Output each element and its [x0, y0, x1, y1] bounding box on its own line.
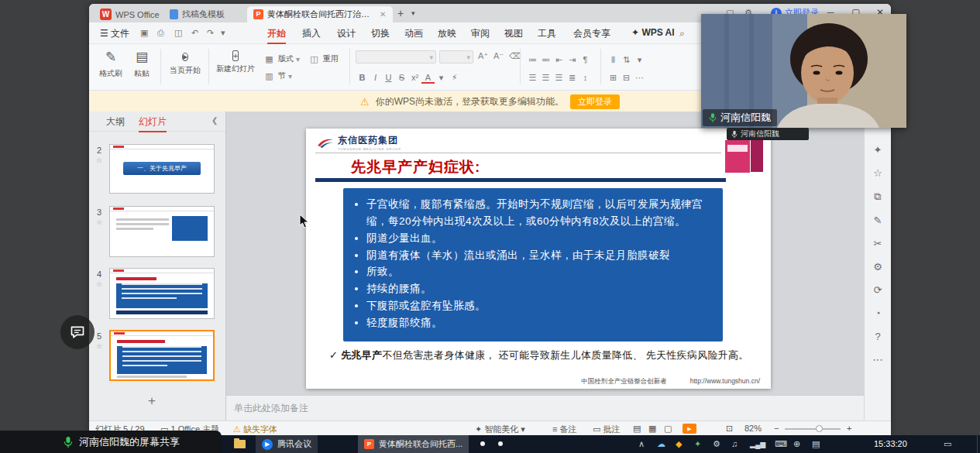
beautify-button[interactable]: ✦ 智能美化 ▾ — [475, 424, 525, 435]
justify-icon[interactable]: ≣ — [566, 73, 579, 83]
more-tools-icon[interactable]: ⋯ — [873, 354, 883, 365]
play-from-current-button[interactable]: ▶ 当页开始 — [165, 48, 205, 76]
menu-tab-tools[interactable]: 工具 — [538, 27, 556, 40]
indent-icon[interactable]: ⇥ — [566, 55, 579, 65]
redo-icon[interactable]: ↷ — [207, 28, 214, 38]
fit-slide-icon[interactable]: ⊡ — [726, 424, 733, 434]
file-explorer-button[interactable] — [234, 435, 246, 444]
zoom-out-button[interactable]: − — [774, 424, 779, 433]
zoom-level[interactable]: 82% — [744, 424, 762, 433]
menu-tab-animation[interactable]: 动画 — [404, 27, 423, 40]
meeting-chat-button[interactable] — [60, 315, 95, 349]
tray-volume-icon[interactable]: ♫ — [731, 439, 738, 448]
print-icon[interactable]: ⎙ — [157, 28, 164, 38]
banner-login-button[interactable]: 立即登录 — [570, 94, 620, 109]
tray-hidden-icons[interactable]: ∧ — [638, 439, 645, 449]
slide-5-thumbnail[interactable] — [109, 330, 215, 381]
menu-tab-view[interactable]: 视图 — [504, 27, 523, 40]
reuse-button[interactable]: ◫重用 — [308, 53, 339, 64]
font-color-button[interactable]: A — [421, 73, 435, 84]
highlight-button[interactable]: ▾ — [435, 73, 448, 83]
refresh-icon[interactable]: ⟳ — [874, 284, 882, 296]
increase-font-button[interactable]: A⁺ — [478, 51, 488, 61]
collapse-panel-icon[interactable]: ❮ — [211, 116, 218, 125]
group-icon[interactable]: ⊟ — [620, 73, 633, 83]
notes-pane[interactable]: 单击此处添加备注 — [226, 395, 864, 420]
layout-button[interactable]: ▦版式▾ — [263, 53, 300, 64]
help-icon[interactable]: ? — [875, 331, 880, 342]
paste-button[interactable]: ▤ 粘贴 — [125, 48, 159, 79]
bullet-list-icon[interactable]: ≔ — [526, 55, 539, 65]
zoom-slider-knob[interactable] — [816, 425, 823, 432]
slide-4-thumbnail[interactable] — [109, 268, 215, 319]
tray-security-icon[interactable]: ✦ — [694, 439, 701, 449]
taskbar-meeting-app[interactable]: ▶ 腾讯会议 — [256, 435, 318, 453]
menu-tab-design[interactable]: 设计 — [337, 27, 356, 40]
close-tab-icon[interactable]: ✕ — [380, 10, 386, 19]
preview-icon[interactable]: ◫ — [174, 28, 182, 38]
format-painter-button[interactable]: ✎ 格式刷 — [94, 48, 128, 79]
animation-star-icon[interactable]: ☆ — [93, 156, 105, 164]
text-direction-icon[interactable]: ⇅ — [620, 55, 633, 65]
menu-tab-home[interactable]: 开始 — [267, 27, 286, 44]
menu-tab-transition[interactable]: 切换 — [371, 27, 390, 40]
star-icon[interactable]: ☆ — [873, 167, 882, 179]
normal-view-icon[interactable]: ▤ — [633, 424, 641, 434]
slide-3-thumbnail[interactable] — [109, 206, 215, 257]
align-center-icon[interactable]: ☰ — [539, 73, 552, 83]
add-slide-button[interactable]: + — [148, 393, 156, 409]
layers-icon[interactable]: ⧉ — [874, 190, 881, 203]
line-spacing-icon[interactable]: ↕ — [579, 73, 592, 82]
slide-canvas[interactable]: 东信医药集团 TUNGSHUN MEDICINE GROUP 先兆早产产妇症状:… — [306, 129, 771, 389]
char-effect-button[interactable]: ⚡ — [448, 73, 461, 83]
file-menu[interactable]: ☰ 文件 — [100, 27, 129, 40]
tray-app-icon[interactable]: ◆ — [676, 439, 682, 449]
strikethrough-button[interactable]: S — [395, 73, 408, 82]
italic-button[interactable]: I — [369, 73, 382, 82]
tab-slides[interactable]: 幻灯片 — [139, 115, 167, 132]
more-icon[interactable]: ⋯ — [633, 73, 646, 83]
outdent-icon[interactable]: ⇤ — [552, 55, 566, 65]
save-icon[interactable]: ▣ — [140, 28, 148, 38]
menu-tab-member[interactable]: 会员专享 — [573, 27, 610, 40]
notification-center-icon[interactable]: ▭ — [944, 439, 951, 449]
presentation-tab[interactable]: P 黄体酮栓联合间托西汀治疗先... ✕ — [247, 6, 393, 22]
search-icon[interactable]: ⌕ — [679, 28, 685, 39]
slideshow-play-button[interactable]: ▶ — [683, 424, 696, 434]
template-doc-tab[interactable]: 找稿兔模板 — [163, 6, 231, 22]
show-desktop-button[interactable] — [977, 435, 980, 453]
slide-title[interactable]: 先兆早产产妇症状: — [351, 157, 480, 177]
number-list-icon[interactable]: ≕ — [539, 55, 552, 65]
align-left-icon[interactable]: ☰ — [526, 73, 539, 83]
animation-star-icon[interactable]: ☆ — [93, 218, 105, 226]
missing-font-warning[interactable]: ⚠ 缺失字体 — [233, 424, 277, 435]
clock[interactable]: 15:33:20 — [874, 439, 907, 448]
zoom-slider[interactable] — [785, 428, 841, 430]
tray-network-icon[interactable]: ▂▄▆ — [750, 441, 765, 448]
menu-tab-review[interactable]: 审阅 — [471, 27, 490, 40]
home-tab[interactable]: W WPS Office — [94, 6, 166, 22]
tray-settings-icon[interactable]: ⚙ — [713, 439, 720, 449]
edit-icon[interactable]: ✎ — [874, 214, 882, 226]
wps-ai-button[interactable]: ✦ WPS AI — [631, 27, 675, 38]
bullet-box[interactable]: 子宫收缩，腹部有紧缩感。开始时为不规则宫缩，以后可发展为规律宫缩，每20分钟内出… — [343, 188, 723, 341]
slide-note[interactable]: ✓ 先兆早产不但危害患者身体健康， 还可能导致新生儿体质量降低、 先天性疾病风险… — [329, 348, 751, 362]
paragraph-icon[interactable]: ¶ — [579, 55, 592, 64]
new-slide-button[interactable]: + 新建幻灯片 — [213, 48, 258, 74]
menu-tab-slideshow[interactable]: 放映 — [438, 27, 456, 40]
clock-icon[interactable]: ◔ — [875, 307, 881, 319]
settings-panel-icon[interactable]: ⚙ — [873, 261, 882, 273]
menu-tab-insert[interactable]: 插入 — [302, 27, 321, 40]
tray-bluetooth-icon[interactable]: ⊕ — [793, 439, 800, 449]
animation-star-icon[interactable]: ☆ — [93, 342, 105, 350]
scissors-icon[interactable]: ✂ — [874, 238, 882, 249]
tray-weather-icon[interactable]: ☁ — [657, 439, 665, 449]
font-name-select[interactable]: ▾ — [356, 50, 436, 63]
underline-button[interactable]: U — [382, 73, 395, 82]
tab-outline[interactable]: 大纲 — [106, 115, 125, 129]
webcam-video[interactable]: 河南信阳魏 — [701, 14, 906, 128]
tray-input-method-icon[interactable]: ⌨ — [775, 439, 787, 449]
taskbar-wps-doc[interactable]: P 黄体酮栓联合间托西... — [358, 435, 469, 453]
section-button[interactable]: ▥节▾ — [263, 70, 292, 81]
align-right-icon[interactable]: ☰ — [552, 73, 566, 83]
